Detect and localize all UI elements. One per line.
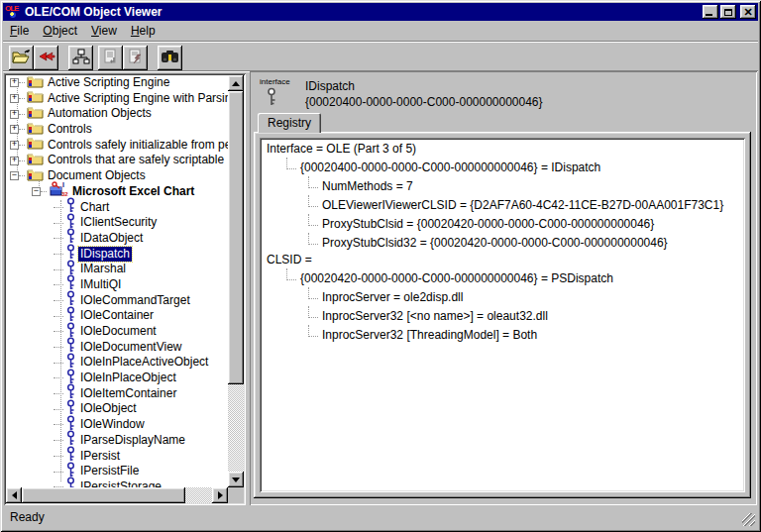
- tree-item-label: IPersist: [78, 449, 122, 465]
- expand-icon[interactable]: +: [10, 94, 19, 103]
- menu-help[interactable]: Help: [124, 22, 163, 40]
- tree-horizontal-scrollbar[interactable]: [6, 487, 228, 503]
- minimize-button[interactable]: [703, 5, 718, 19]
- tree-item-idataobject[interactable]: IDataObject: [6, 231, 228, 247]
- arrow-up-icon: [232, 81, 240, 86]
- app-icon[interactable]: OLE: [5, 5, 21, 19]
- open-file-button[interactable]: [9, 46, 34, 70]
- collapse-icon[interactable]: −: [10, 171, 19, 180]
- tree-diagram-icon: [72, 49, 90, 68]
- tree-item-label: Controls that are safely scriptable: [46, 153, 226, 168]
- tree-item-iolewindow[interactable]: IOleWindow: [6, 417, 228, 433]
- registry-line: InprocServer32 [ThreadingModel] = Both: [265, 325, 740, 344]
- scroll-thumb[interactable]: [228, 91, 244, 384]
- tree-item-label: IDispatch: [78, 247, 132, 263]
- tree-item-microsoft-excel-chart[interactable]: −I32Microsoft Excel Chart: [6, 184, 228, 200]
- arrow-left-icon: [12, 491, 17, 499]
- menu-object[interactable]: Object: [36, 22, 84, 40]
- resize-grip[interactable]: [742, 513, 755, 526]
- tree-item-label: IOleItemContainer: [78, 386, 178, 402]
- maximize-button[interactable]: [720, 5, 736, 19]
- tree-item-ioledocumentview[interactable]: IOleDocumentView: [6, 340, 228, 356]
- document-arrow-icon: [103, 49, 119, 68]
- tree-item-label: Controls safely initializable from persi…: [46, 138, 228, 154]
- tree-vertical-scrollbar[interactable]: [228, 75, 244, 487]
- tree-item-ioleitemcontainer[interactable]: IOleItemContainer: [6, 386, 228, 402]
- title-bar: OLE OLE/COM Object Viewer ✕: [3, 3, 758, 21]
- registry-line: ProxyStubClsid32 = {00020420-0000-0000-C…: [265, 233, 740, 252]
- registry-line: InprocServer = ole2disp.dll: [265, 287, 740, 306]
- interface-guid: {00020400-0000-0000-C000-000000000046}: [305, 95, 543, 109]
- arrow-down-icon: [232, 478, 240, 482]
- maximize-icon: [724, 9, 732, 16]
- registry-line: InprocServer32 [<no name>] = oleaut32.dl…: [265, 306, 740, 325]
- tree-item-label: Controls: [46, 122, 94, 138]
- tree-item-ioledocument[interactable]: IOleDocument: [6, 324, 228, 340]
- registry-line: Interface = OLE (Part 3 of 5): [265, 141, 740, 158]
- menu-bar: FileObjectViewHelp: [3, 21, 758, 40]
- expand-icon[interactable]: +: [10, 78, 19, 87]
- view-type-info-button[interactable]: [158, 46, 182, 70]
- registry-lines: Interface = OLE (Part 3 of 5){00020400-0…: [265, 141, 740, 344]
- expand-icon[interactable]: +: [10, 157, 19, 165]
- tree-item-document-objects[interactable]: −Document Objects: [6, 168, 228, 184]
- tree-item-label: IOleObject: [78, 401, 139, 417]
- scroll-left-button[interactable]: [6, 487, 22, 503]
- tree-item-ioleinplaceobject[interactable]: IOleInPlaceObject: [6, 371, 228, 386]
- tree-item-chart[interactable]: Chart: [6, 200, 228, 216]
- item-kind-label: interface: [260, 77, 290, 86]
- tree-rows: +Active Scripting Engine+Active Scriptin…: [6, 75, 228, 487]
- interface-key-icon: [266, 87, 277, 110]
- expand-icon[interactable]: +: [10, 125, 19, 134]
- window-title: OLE/COM Object Viewer: [25, 5, 701, 19]
- registry-line: {00020400-0000-0000-C000-000000000046} =…: [265, 158, 740, 176]
- tree-item-ioleinplaceactiveobject[interactable]: IOleInPlaceActiveObject: [6, 355, 228, 371]
- open-folder-icon: [12, 49, 31, 67]
- scrollbar-corner: [228, 487, 244, 503]
- tree-item-iolecommandtarget[interactable]: IOleCommandTarget: [6, 293, 228, 309]
- tree-item-iolecontainer[interactable]: IOleContainer: [6, 308, 228, 324]
- tree-view[interactable]: +Active Scripting Engine+Active Scriptin…: [6, 75, 228, 487]
- tree-item-iclientsecurity[interactable]: IClientSecurity: [6, 215, 228, 231]
- tree-item-iparsedisplayname[interactable]: IParseDisplayName: [6, 433, 228, 449]
- close-button[interactable]: ✕: [740, 5, 756, 19]
- tab-registry[interactable]: Registry: [258, 113, 321, 133]
- arrow-right-icon: [218, 491, 223, 499]
- toolbar: [3, 43, 758, 71]
- tree-item-label: IOleInPlaceActiveObject: [78, 355, 210, 371]
- tree-item-ioleobject[interactable]: IOleObject: [6, 401, 228, 417]
- menu-view[interactable]: View: [84, 22, 124, 40]
- scroll-down-button[interactable]: [228, 472, 244, 487]
- expert-mode-button[interactable]: [68, 46, 93, 70]
- registry-line: CLSID =: [265, 252, 740, 268]
- bind-file-button[interactable]: [34, 46, 58, 70]
- binoculars-icon: [161, 49, 179, 67]
- tree-item-label: IOleWindow: [78, 417, 147, 433]
- tree-item-label: IOleCommandTarget: [78, 293, 192, 309]
- collapse-icon[interactable]: −: [32, 187, 41, 196]
- folder-icon: [27, 167, 44, 186]
- view-typelib-button[interactable]: [98, 46, 123, 70]
- titlebar-buttons: ✕: [701, 5, 756, 19]
- tree-item-imultiqi[interactable]: IMultiQI: [6, 277, 228, 293]
- svg-text:I: I: [62, 181, 64, 188]
- run-object-button[interactable]: [123, 46, 148, 70]
- tree-item-idispatch[interactable]: IDispatch: [6, 247, 228, 263]
- tree-item-ipersist[interactable]: IPersist: [6, 449, 228, 465]
- scroll-thumb[interactable]: [22, 487, 185, 503]
- scroll-up-button[interactable]: [228, 75, 244, 91]
- expand-icon[interactable]: +: [10, 110, 19, 119]
- registry-line: NumMethods = 7: [265, 176, 740, 195]
- red-arrows-icon: [38, 49, 55, 67]
- tree-item-ipersistfile[interactable]: IPersistFile: [6, 464, 228, 479]
- tree-item-label: IParseDisplayName: [78, 433, 187, 449]
- tree-item-label: IMarshal: [78, 262, 128, 277]
- expand-icon[interactable]: +: [10, 141, 19, 150]
- tree-item-ipersiststorage[interactable]: IPersistStorage: [6, 479, 228, 487]
- tree-item-imarshal[interactable]: IMarshal: [6, 262, 228, 277]
- app-window: OLE OLE/COM Object Viewer ✕ FileObjectVi…: [0, 0, 761, 532]
- registry-details[interactable]: Interface = OLE (Part 3 of 5){00020400-0…: [260, 138, 745, 492]
- tree-item-label: IPersistStorage: [78, 479, 163, 487]
- scroll-right-button[interactable]: [212, 487, 228, 503]
- menu-file[interactable]: File: [3, 22, 36, 40]
